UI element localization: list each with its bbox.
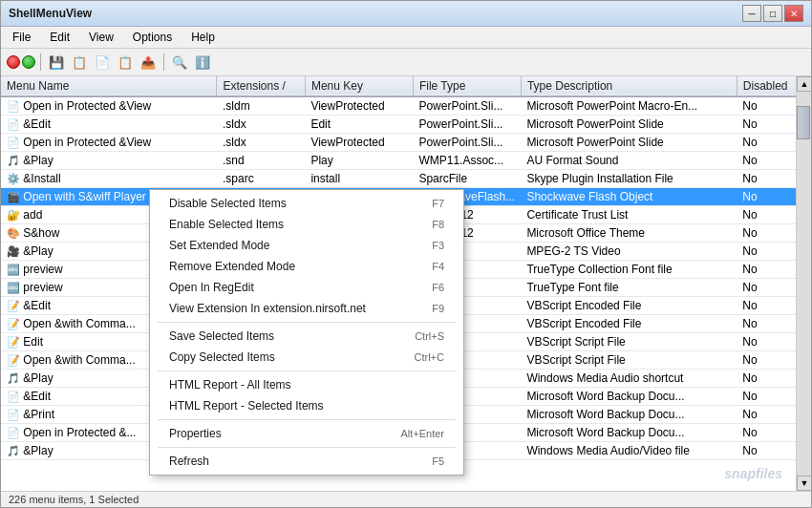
cell-ext: .sldx: [217, 134, 305, 152]
maximize-button[interactable]: □: [763, 5, 782, 22]
cell-desc: Microsoft Word Backup Docu...: [521, 406, 737, 424]
row-icon: ⚙️: [7, 173, 20, 184]
context-menu-separator: [158, 322, 456, 323]
window-controls: ─ □ ✕: [742, 5, 803, 22]
context-menu-item[interactable]: Properties Alt+Enter: [150, 423, 463, 444]
context-menu-shortcut: F5: [432, 455, 444, 467]
col-header-dis[interactable]: Disabled: [737, 76, 796, 96]
col-header-key[interactable]: Menu Key: [305, 76, 413, 96]
cell-key: Play: [305, 152, 413, 170]
scroll-thumb[interactable]: [797, 106, 810, 139]
cell-disabled: No: [737, 134, 796, 152]
export-toolbar-button[interactable]: 📤: [138, 52, 159, 73]
copy-toolbar-button[interactable]: 📄: [92, 52, 113, 73]
row-icon: 🎵: [7, 372, 20, 384]
row-icon: 📄: [7, 391, 20, 402]
context-menu-item[interactable]: Remove Extended Mode F4: [150, 256, 463, 277]
cell-desc: Microsoft Office Theme: [521, 224, 737, 243]
context-menu-item-label: HTML Report - Selected Items: [169, 399, 324, 413]
save-toolbar-button[interactable]: 💾: [46, 52, 67, 73]
cell-disabled: No: [737, 351, 796, 370]
scroll-track: [797, 92, 811, 476]
context-menu-item[interactable]: Refresh F5: [150, 451, 463, 472]
context-menu-item[interactable]: HTML Report - All Items: [150, 374, 463, 395]
context-menu-item[interactable]: Save Selected Items Ctrl+S: [150, 326, 463, 347]
cell-disabled: No: [737, 388, 796, 406]
cell-desc: Microsoft PowerPoint Slide: [521, 134, 737, 152]
cell-type: PowerPoint.Sli...: [413, 116, 521, 134]
context-menu-item-label: Copy Selected Items: [169, 350, 275, 364]
info-toolbar-button[interactable]: ℹ️: [192, 52, 213, 73]
row-icon: 🔤: [7, 282, 20, 293]
cell-disabled: No: [737, 279, 796, 297]
row-icon: 📝: [7, 300, 20, 311]
context-menu-shortcut: Alt+Enter: [400, 428, 444, 439]
cell-desc: MPEG-2 TS Video: [521, 243, 737, 261]
context-menu-item[interactable]: View Extension In extension.nirsoft.net …: [150, 298, 463, 319]
context-menu-item[interactable]: Disable Selected Items F7: [150, 193, 463, 214]
col-header-ext[interactable]: Extensions /: [217, 76, 305, 96]
table-row[interactable]: ⚙️ &Install .sparc install SparcFile Sky…: [1, 170, 796, 188]
cell-desc: Microsoft PowerPoint Slide: [521, 116, 737, 134]
properties-toolbar-button[interactable]: 📋: [69, 52, 90, 73]
cell-desc: VBScript Encoded File: [521, 315, 737, 333]
cell-key: install: [305, 170, 413, 188]
scroll-up-arrow[interactable]: ▲: [797, 76, 811, 92]
cell-type: SparcFile: [413, 170, 521, 188]
context-menu-item-label: Refresh: [169, 455, 209, 468]
cell-disabled: No: [737, 370, 796, 388]
context-menu-item-label: Disable Selected Items: [169, 197, 287, 210]
cell-disabled: No: [737, 206, 796, 224]
col-header-name[interactable]: Menu Name: [1, 76, 217, 96]
menu-help[interactable]: Help: [183, 29, 223, 46]
context-menu-separator: [158, 370, 456, 371]
cell-desc: TrueType Font file: [521, 279, 737, 297]
cell-desc: TrueType Collection Font file: [521, 261, 737, 279]
main-window: ShellMenuView ─ □ ✕ File Edit View Optio…: [0, 0, 812, 508]
paste-toolbar-button[interactable]: 📋: [115, 52, 136, 73]
cell-type: PowerPoint.Sli...: [413, 96, 521, 116]
close-button[interactable]: ✕: [784, 5, 803, 22]
row-icon: 📄: [7, 118, 20, 130]
table-header-row: Menu Name Extensions / Menu Key File Typ…: [1, 76, 796, 96]
cell-name: 📄 &Edit: [1, 116, 217, 134]
vertical-scrollbar[interactable]: ▲ ▼: [796, 76, 811, 491]
cell-disabled: No: [737, 188, 796, 206]
cell-name: 🎵 &Play: [1, 152, 217, 170]
context-menu-item[interactable]: HTML Report - Selected Items: [150, 395, 463, 416]
table-row[interactable]: 📄 &Edit .sldx Edit PowerPoint.Sli... Mic…: [1, 116, 796, 134]
context-menu-item[interactable]: Copy Selected Items Ctrl+C: [150, 347, 463, 368]
cell-disabled: No: [737, 116, 796, 134]
table-row[interactable]: 📄 Open in Protected &View .sldm ViewProt…: [1, 96, 796, 116]
dot-green-icon[interactable]: [22, 55, 35, 69]
row-icon: 📝: [7, 354, 20, 366]
cell-ext: .sldm: [217, 96, 305, 116]
menu-view[interactable]: View: [81, 29, 121, 46]
cell-desc: Skype Plugin Installation File: [521, 170, 737, 188]
cell-desc: Certificate Trust List: [521, 206, 737, 224]
menu-edit[interactable]: Edit: [42, 29, 77, 46]
table-row[interactable]: 📄 Open in Protected &View .sldx ViewProt…: [1, 134, 796, 152]
context-menu-item-label: Remove Extended Mode: [169, 260, 295, 273]
context-menu-shortcut: Ctrl+C: [415, 351, 444, 363]
context-menu-item[interactable]: Open In RegEdit F6: [150, 277, 463, 298]
menu-file[interactable]: File: [5, 29, 38, 46]
row-icon: 📝: [7, 336, 20, 348]
cell-desc: Shockwave Flash Object: [521, 188, 737, 206]
search-toolbar-button[interactable]: 🔍: [169, 52, 190, 73]
cell-desc: Microsoft Word Backup Docu...: [521, 388, 737, 406]
cell-desc: AU Format Sound: [521, 152, 737, 170]
table-row[interactable]: 🎵 &Play .snd Play WMP11.Assoc... AU Form…: [1, 152, 796, 170]
context-menu-item[interactable]: Set Extended Mode F3: [150, 235, 463, 256]
row-icon: 🎥: [7, 245, 20, 257]
col-header-desc[interactable]: Type Description: [521, 76, 737, 96]
minimize-button[interactable]: ─: [742, 5, 761, 22]
context-menu-item[interactable]: Enable Selected Items F8: [150, 214, 463, 235]
cell-name: 📄 Open in Protected &View: [1, 96, 217, 116]
scroll-down-arrow[interactable]: ▼: [797, 476, 811, 491]
menu-options[interactable]: Options: [125, 29, 180, 46]
row-icon: 📄: [7, 409, 20, 420]
dot-red-icon[interactable]: [7, 55, 20, 69]
col-header-type[interactable]: File Type: [413, 76, 521, 96]
toolbar-separator-2: [163, 53, 164, 71]
